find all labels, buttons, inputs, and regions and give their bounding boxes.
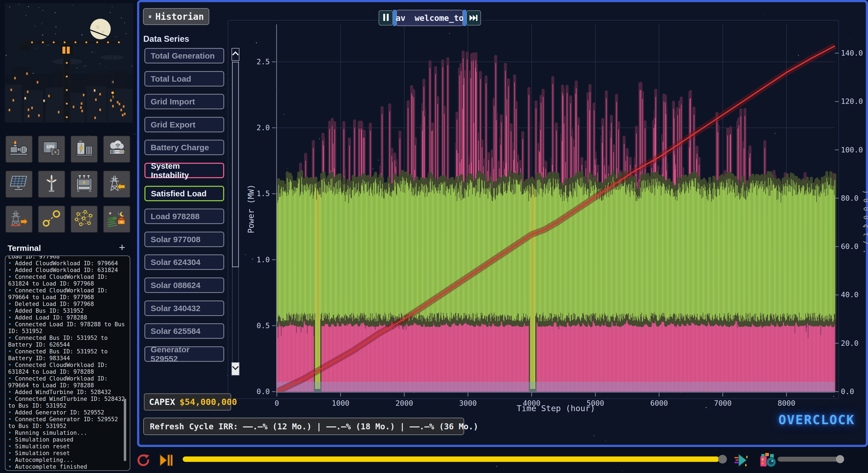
secondary-slider[interactable] <box>778 457 839 462</box>
gpu-workload-tool[interactable]: GPU <box>38 136 65 163</box>
floppy-disk-icon <box>149 11 151 22</box>
secondary-knob[interactable] <box>836 455 844 463</box>
connection-tool-icon <box>42 210 61 229</box>
gas-generator-icon <box>9 140 29 159</box>
terminal-line: • Simulation reset <box>8 443 128 450</box>
progress-knob[interactable] <box>718 455 727 464</box>
screenshot-button[interactable] <box>759 447 778 473</box>
series-button-load-978288[interactable]: Load 978288 <box>145 209 224 224</box>
network-mesh-icon <box>74 210 94 229</box>
network-mesh-tool[interactable] <box>70 206 98 233</box>
series-scroll-up-button[interactable] <box>231 48 239 61</box>
gas-generator-tool[interactable] <box>5 136 33 163</box>
terminal-line: • Simulation reset <box>8 450 128 457</box>
solar-panel-tool[interactable] <box>5 171 33 198</box>
transformer-icon <box>74 175 94 194</box>
wind-turbine-icon <box>42 175 61 194</box>
series-button-solar-624304[interactable]: Solar 624304 <box>145 255 224 270</box>
terminal-line: • Added WindTurbine ID: 528432 <box>8 389 128 396</box>
terminal-line: • Connected CloudWorkload ID: 631824 to … <box>8 362 128 375</box>
terminal-line: • Added Generator ID: 529552 <box>8 409 128 416</box>
city-night-art-svg <box>5 3 133 123</box>
rural-load-icon <box>107 210 126 229</box>
timeline-marker-right <box>463 10 466 26</box>
skip-to-end-icon <box>470 15 478 21</box>
timeline-av-label: av <box>396 13 405 23</box>
play-pause-icon <box>160 454 173 466</box>
overclock-logo: OVERCLOCK <box>778 412 855 427</box>
series-scrollbar-thumb[interactable] <box>232 62 239 267</box>
capex-value: $54,000,000 <box>179 397 237 407</box>
series-button-total-generation[interactable]: Total Generation <box>145 48 224 64</box>
terminal-line: • Autocompleting... <box>8 457 128 464</box>
camera-icon <box>760 452 778 468</box>
irr-text: Refresh Cycle IRR: ——.—% (12 Mo.) | ——.—… <box>150 422 478 431</box>
series-button-system-instability[interactable]: System Instability <box>145 163 224 178</box>
historian-button[interactable]: Historian <box>143 8 209 25</box>
series-button-satisfied-load[interactable]: Satisfied Load <box>145 186 224 201</box>
rural-load-tool[interactable] <box>103 206 130 233</box>
terminal-line: • Added CloudWorkload ID: 979664 <box>8 260 128 267</box>
grid-import-icon <box>107 175 126 194</box>
terminal-lines: Load ID: 977968• Added CloudWorkload ID:… <box>8 256 128 470</box>
series-button-total-load[interactable]: Total Load <box>145 71 224 87</box>
data-series-title: Data Series <box>143 34 189 44</box>
series-button-solar-977008[interactable]: Solar 977008 <box>145 232 224 247</box>
wind-turbine-tool[interactable] <box>38 171 65 198</box>
series-button-grid-export[interactable]: Grid Export <box>145 117 224 132</box>
grid-import-tool[interactable] <box>103 171 130 198</box>
battery-icon <box>74 140 94 159</box>
grid-export-icon <box>9 210 29 229</box>
timeline-label: welcome_to <box>415 13 464 23</box>
terminal-line: • Autocomplete finished <box>8 464 128 470</box>
terminal-scrollbar-thumb[interactable] <box>124 399 126 461</box>
terminal-line: • Running simulation... <box>8 430 128 436</box>
terminal-line: • Connected Load ID: 978288 to Bus ID: 5… <box>8 321 128 335</box>
chevron-up-icon <box>232 51 239 58</box>
terminal-log[interactable]: Load ID: 977968• Added CloudWorkload ID:… <box>5 256 130 471</box>
series-scroll-down-button[interactable] <box>231 362 239 375</box>
terminal-line: • Connected Bus ID: 531952 to Battery ID… <box>8 348 128 362</box>
series-button-solar-088624[interactable]: Solar 088624 <box>145 277 224 293</box>
terminal-line: • Connected Generator ID: 529552 to Bus … <box>8 416 128 430</box>
transformer-tool[interactable] <box>70 171 98 198</box>
terminal-line: • Connected CloudWorkload ID: 979664 to … <box>8 375 128 389</box>
irr-box: Refresh Cycle IRR: ——.—% (12 Mo.) | ——.—… <box>143 418 464 435</box>
reset-button[interactable] <box>136 447 151 473</box>
terminal-line: • Deleted Load ID: 977968 <box>8 301 128 308</box>
right-axis-label-clipped: ) 0 0 0 ¢ t / . <box>862 190 868 326</box>
main-panel <box>137 0 868 447</box>
series-button-solar-625584[interactable]: Solar 625584 <box>145 323 224 339</box>
pause-icon <box>382 14 390 22</box>
series-button-generator-529552[interactable]: Generator 529552 <box>145 346 224 362</box>
connection-tool-tool[interactable] <box>38 206 65 233</box>
chevron-down-icon <box>232 364 239 370</box>
play-pause-button[interactable] <box>157 447 175 473</box>
terminal-add-button[interactable]: + <box>119 241 125 254</box>
autocomplete-speed-button[interactable] <box>733 447 750 473</box>
terminal-line: • Connected WindTurbine ID: 528432 to Bu… <box>8 396 128 409</box>
series-button-solar-340432[interactable]: Solar 340432 <box>145 301 224 316</box>
capex-box: CAPEX $54,000,000 <box>144 393 231 411</box>
series-button-battery-charge[interactable]: Battery Charge <box>145 140 224 155</box>
cloud-workload-icon <box>107 140 126 159</box>
skip-to-end-button[interactable] <box>466 10 481 26</box>
series-button-grid-import[interactable]: Grid Import <box>145 94 224 109</box>
cloud-workload-tool[interactable] <box>103 136 130 163</box>
terminal-line: • Connected Bus ID: 531952 to Battery ID… <box>8 335 128 348</box>
simulation-progress-slider[interactable] <box>183 457 719 462</box>
pause-button[interactable] <box>379 10 393 26</box>
grid-export-tool[interactable] <box>5 206 33 233</box>
autocomplete-speed-icon <box>734 453 749 467</box>
terminal-line: • Simulation paused <box>8 436 128 443</box>
terminal-title: Terminal <box>8 243 41 253</box>
historian-label: Historian <box>155 11 204 22</box>
terminal-line: • Connected CloudWorkload ID: 979664 to … <box>8 287 128 301</box>
terminal-line: Load ID: 977968 <box>8 256 128 260</box>
battery-tool[interactable] <box>70 136 98 163</box>
gpu-workload-icon: GPU <box>42 140 61 159</box>
timeline-button[interactable]: av welcome_to <box>396 10 463 26</box>
terminal-line: • Added Bus ID: 531952 <box>8 308 128 314</box>
terminal-line: • Connected CloudWorkload ID: 631824 to … <box>8 274 128 287</box>
terminal-line: • Added Load ID: 978288 <box>8 314 128 321</box>
